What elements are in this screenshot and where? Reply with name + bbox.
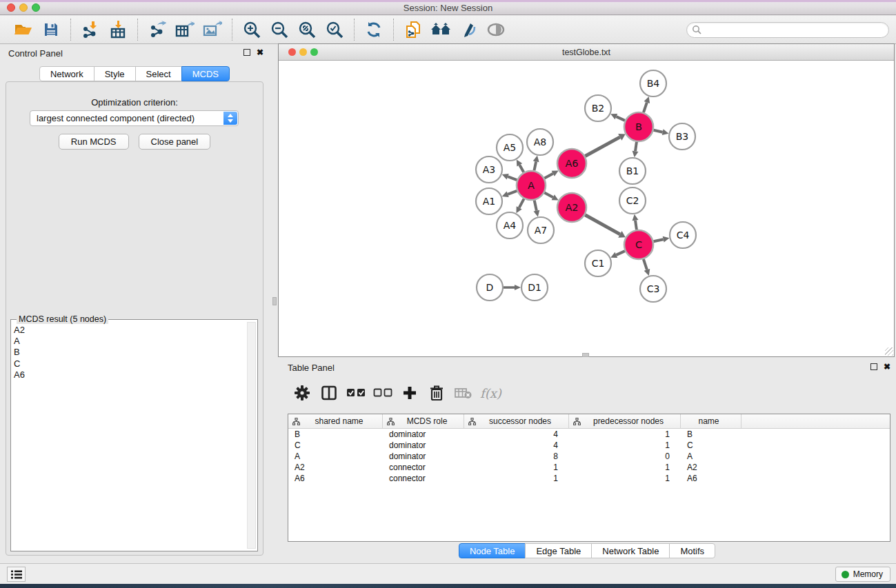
table-cell[interactable]: 1 bbox=[569, 463, 681, 472]
table-row[interactable]: Cdominator41C bbox=[288, 440, 890, 451]
float-panel-icon[interactable] bbox=[870, 363, 877, 370]
tab-style[interactable]: Style bbox=[94, 66, 136, 81]
table-cell[interactable]: A2 bbox=[288, 463, 383, 472]
edge-C-C1[interactable] bbox=[616, 251, 625, 255]
clone-network-icon[interactable] bbox=[399, 18, 427, 41]
table-cell[interactable]: C bbox=[288, 440, 383, 450]
edge-A2-C[interactable] bbox=[585, 215, 620, 234]
zoom-in-icon[interactable] bbox=[238, 18, 266, 41]
network-graph[interactable]: AA1A2A3A4A5A6A7A8BB1B2B3B4CC1C2C3C4DD1 bbox=[279, 61, 894, 356]
table-cell[interactable]: A bbox=[288, 452, 383, 461]
edge-A-A2[interactable] bbox=[544, 192, 552, 197]
table-cell[interactable]: dominator bbox=[383, 440, 464, 450]
delete-table-icon[interactable] bbox=[452, 382, 475, 404]
close-panel-icon[interactable]: ✖ bbox=[257, 49, 263, 56]
column-header-successor-nodes[interactable]: successor nodes bbox=[464, 414, 569, 428]
tab-network-table[interactable]: Network Table bbox=[591, 543, 670, 558]
mcds-result-list[interactable]: A2ABCA6 bbox=[14, 325, 245, 381]
edge-B-B3[interactable] bbox=[653, 130, 662, 132]
close-panel-icon[interactable]: ✖ bbox=[884, 363, 890, 370]
edge-B-B1[interactable] bbox=[635, 142, 637, 151]
table-cell[interactable]: 4 bbox=[464, 429, 569, 439]
edge-C-C2[interactable] bbox=[635, 221, 637, 230]
task-history-button[interactable] bbox=[7, 567, 26, 582]
node-table[interactable]: shared nameMCDS rolesuccessor nodesprede… bbox=[288, 414, 890, 542]
import-table-icon[interactable] bbox=[104, 18, 132, 41]
column-header-MCDS-role[interactable]: MCDS role bbox=[383, 414, 464, 428]
table-cell[interactable]: 1 bbox=[569, 440, 681, 450]
show-hide-panel-eye-icon[interactable] bbox=[482, 18, 510, 41]
zoom-selected-icon[interactable] bbox=[321, 18, 348, 41]
run-mcds-button[interactable]: Run MCDS bbox=[59, 134, 129, 150]
add-column-icon[interactable] bbox=[398, 382, 421, 404]
export-image-icon[interactable] bbox=[199, 18, 226, 41]
edge-B-B2[interactable] bbox=[616, 116, 625, 121]
splitter-handle[interactable] bbox=[272, 297, 277, 305]
edge-A-A4[interactable] bbox=[519, 199, 524, 207]
edge-C-C4[interactable] bbox=[653, 239, 663, 241]
result-item[interactable]: A bbox=[14, 336, 245, 347]
table-cell[interactable]: 1 bbox=[464, 474, 569, 483]
column-header-name[interactable]: name bbox=[681, 414, 741, 428]
memory-button[interactable]: Memory bbox=[835, 567, 890, 582]
select-all-checkboxes-icon[interactable] bbox=[344, 382, 368, 404]
edge-A-A8[interactable] bbox=[534, 161, 536, 170]
table-cell[interactable]: connector bbox=[383, 463, 464, 472]
table-cell[interactable]: 4 bbox=[464, 440, 569, 450]
table-cell[interactable]: 1 bbox=[569, 474, 681, 483]
tab-node-table[interactable]: Node Table bbox=[459, 543, 526, 558]
network-window-titlebar[interactable]: testGlobe.txt bbox=[279, 44, 894, 61]
table-cell[interactable]: A bbox=[681, 452, 741, 461]
search-input[interactable] bbox=[686, 22, 889, 38]
tab-select[interactable]: Select bbox=[135, 66, 182, 81]
zoom-fit-icon[interactable] bbox=[293, 18, 321, 41]
export-network-icon[interactable] bbox=[143, 18, 171, 41]
edge-A6-B[interactable] bbox=[585, 137, 619, 156]
edge-A-A3[interactable] bbox=[508, 176, 517, 180]
unselect-all-checkboxes-icon[interactable] bbox=[371, 382, 395, 404]
function-builder-icon[interactable]: f(x) bbox=[480, 386, 501, 401]
refresh-layout-icon[interactable] bbox=[360, 18, 388, 41]
tab-network[interactable]: Network bbox=[39, 66, 94, 81]
criterion-select[interactable]: largest connected component (directed) bbox=[30, 110, 239, 126]
open-session-icon[interactable] bbox=[10, 18, 37, 41]
edge-A-A1[interactable] bbox=[508, 191, 517, 194]
result-scrollbar[interactable] bbox=[247, 322, 256, 549]
result-item[interactable]: A2 bbox=[14, 325, 245, 336]
edge-A-A5[interactable] bbox=[519, 165, 524, 172]
table-row[interactable]: Adominator80A bbox=[288, 451, 890, 462]
edge-A-A6[interactable] bbox=[544, 174, 552, 179]
column-header-shared-name[interactable]: shared name bbox=[288, 414, 383, 428]
table-cell[interactable]: 1 bbox=[464, 463, 569, 472]
tab-motifs[interactable]: Motifs bbox=[669, 543, 715, 558]
table-cell[interactable]: 8 bbox=[464, 452, 569, 461]
export-table-icon[interactable] bbox=[171, 18, 199, 41]
table-cell[interactable]: B bbox=[288, 429, 383, 439]
edge-C-C3[interactable] bbox=[644, 259, 647, 270]
network-canvas[interactable]: AA1A2A3A4A5A6A7A8BB1B2B3B4CC1C2C3C4DD1 bbox=[279, 61, 894, 356]
zoom-out-icon[interactable] bbox=[266, 18, 293, 41]
table-cell[interactable]: dominator bbox=[383, 452, 464, 461]
edge-B-B4[interactable] bbox=[644, 103, 647, 113]
close-panel-button[interactable]: Close panel bbox=[139, 134, 211, 150]
split-columns-icon[interactable] bbox=[317, 382, 341, 404]
table-cell[interactable]: A6 bbox=[681, 474, 741, 483]
save-session-icon[interactable] bbox=[37, 18, 65, 41]
table-cell[interactable]: C bbox=[681, 440, 741, 450]
open-browser-home-icon[interactable] bbox=[427, 18, 455, 41]
delete-column-trash-icon[interactable] bbox=[425, 382, 448, 404]
table-cell[interactable]: B bbox=[681, 429, 741, 439]
float-panel-icon[interactable] bbox=[243, 49, 250, 56]
table-cell[interactable]: connector bbox=[383, 474, 464, 483]
resize-grip[interactable] bbox=[885, 347, 893, 356]
table-cell[interactable]: A6 bbox=[288, 474, 383, 483]
tab-edge-table[interactable]: Edge Table bbox=[525, 543, 592, 558]
table-cell[interactable]: dominator bbox=[383, 429, 464, 439]
table-cell[interactable]: 0 bbox=[569, 452, 681, 461]
result-item[interactable]: A6 bbox=[14, 369, 245, 381]
gear-icon[interactable] bbox=[290, 382, 314, 404]
column-header-predecessor-nodes[interactable]: predecessor nodes bbox=[569, 414, 681, 428]
table-row[interactable]: A2connector11A2 bbox=[288, 462, 890, 473]
splitter-handle[interactable] bbox=[582, 353, 589, 357]
vizmapper-pen-icon[interactable] bbox=[455, 18, 482, 41]
